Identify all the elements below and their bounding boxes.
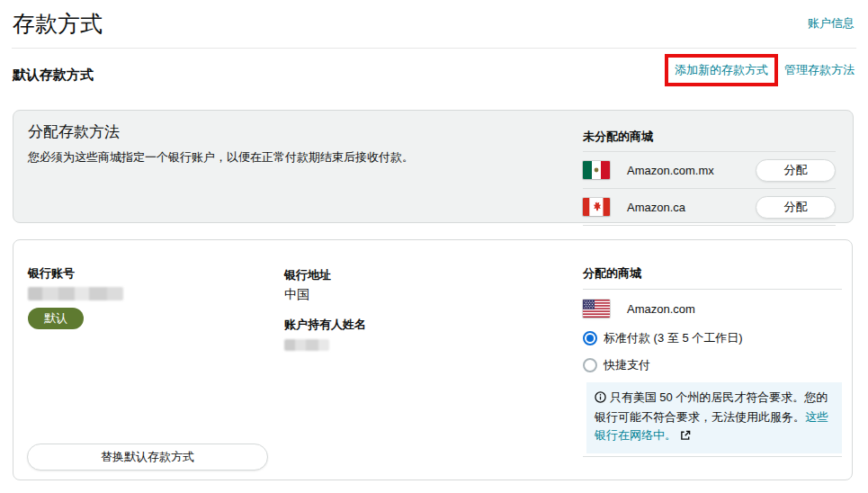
account-info-link[interactable]: 账户信息 xyxy=(808,15,855,31)
assign-panel-title: 分配存款方法 xyxy=(28,121,120,142)
page-title: 存款方式 xyxy=(13,9,103,39)
marketplace-name: Amazon.ca xyxy=(627,201,685,214)
radio-unselected-icon[interactable] xyxy=(583,358,597,372)
eligibility-notice: 只有美国 50 个州的居民才符合要求。您的银行可能不符合要求，无法使用此服务。这… xyxy=(586,382,842,453)
annotation-highlight: 添加新的存款方式 xyxy=(665,54,778,86)
marketplace-name: Amazon.com.mx xyxy=(627,164,714,177)
payment-option-express[interactable]: 快捷支付 xyxy=(583,357,842,373)
assign-button-ca[interactable]: 分配 xyxy=(756,196,836,219)
bank-address-value: 中国 xyxy=(284,287,366,303)
assigned-marketplace-column: 分配的商城 xyxy=(583,265,842,457)
default-deposit-heading: 默认存款方式 xyxy=(13,67,94,84)
assign-button-mx[interactable]: 分配 xyxy=(756,159,836,182)
replace-default-deposit-button[interactable]: 替换默认存款方式 xyxy=(27,444,268,471)
deposit-methods-page: 存款方式 账户信息 默认存款方式 添加新的存款方式 管理存款方法 分配存款方法 … xyxy=(0,0,868,493)
bank-account-label: 银行账号 xyxy=(28,265,123,282)
assigned-marketplace-row: Amazon.com xyxy=(583,298,842,319)
canada-flag-icon xyxy=(583,198,610,216)
holder-name-redacted xyxy=(284,339,329,351)
manage-deposit-methods-link[interactable]: 管理存款方法 xyxy=(784,62,855,78)
add-deposit-method-link[interactable]: 添加新的存款方式 xyxy=(675,62,768,78)
marketplace-row-ca: Amazon.ca 分配 xyxy=(583,189,836,225)
header-divider xyxy=(12,48,856,49)
divider xyxy=(583,225,836,226)
unassigned-heading: 未分配的商城 xyxy=(583,129,836,151)
mexico-flag-icon xyxy=(583,161,610,179)
default-badge: 默认 xyxy=(28,308,84,329)
bank-address-column: 银行地址 中国 账户持有人姓名 xyxy=(284,267,366,351)
bank-address-label: 银行地址 xyxy=(284,267,366,283)
payment-option-label: 标准付款 (3 至 5 个工作日) xyxy=(604,330,743,346)
bank-account-column: 银行账号 默认 xyxy=(28,265,123,329)
unassigned-marketplaces: 未分配的商城 Amazon.com.mx 分配 xyxy=(583,129,836,226)
assign-deposit-panel: 分配存款方法 您必须为这些商城指定一个银行账户，以便在正常付款期结束后接收付款。… xyxy=(13,110,854,223)
radio-selected-icon[interactable] xyxy=(583,331,597,345)
us-flag-icon xyxy=(583,300,610,318)
default-deposit-card: 银行账号 默认 银行地址 中国 账户持有人姓名 分配的商城 xyxy=(13,239,853,480)
divider xyxy=(583,289,842,290)
marketplace-row-mx: Amazon.com.mx 分配 xyxy=(583,152,836,188)
payment-option-label: 快捷支付 xyxy=(604,357,650,373)
info-icon xyxy=(595,390,606,408)
holder-name-label: 账户持有人姓名 xyxy=(284,317,366,333)
marketplace-name: Amazon.com xyxy=(627,302,695,316)
deposit-actions-row: 添加新的存款方式 管理存款方法 xyxy=(665,54,855,86)
assign-panel-description: 您必须为这些商城指定一个银行账户，以便在正常付款期结束后接收付款。 xyxy=(28,149,414,166)
bank-account-number-redacted xyxy=(28,287,123,300)
payment-option-standard[interactable]: 标准付款 (3 至 5 个工作日) xyxy=(583,330,842,346)
divider xyxy=(583,456,842,457)
external-link-icon[interactable] xyxy=(680,428,691,446)
assigned-heading: 分配的商城 xyxy=(583,265,842,289)
notice-text: 只有美国 50 个州的居民才符合要求。您的银行可能不符合要求，无法使用此服务。 xyxy=(595,390,828,424)
